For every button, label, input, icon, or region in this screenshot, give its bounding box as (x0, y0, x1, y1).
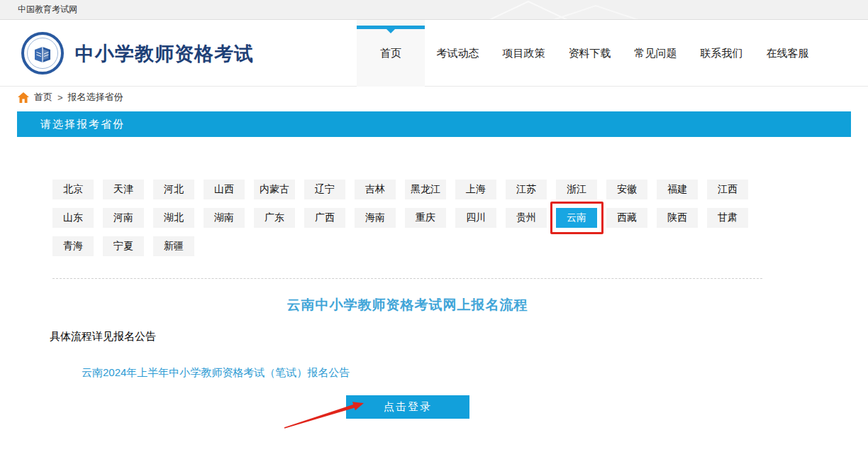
nav-tab-exam-news-label: 考试动态 (437, 47, 479, 60)
province-button-yunnan-selected[interactable]: 云南 (556, 208, 597, 228)
nav-tab-contact-us[interactable]: 联系我们 (689, 20, 755, 87)
province-button-shanghai[interactable]: 上海 (455, 180, 496, 199)
site-header: 中小学教师资格考试 首页 考试动态 项目政策 资料下载 常见问题 联系我们 在线… (0, 20, 868, 87)
province-button-hebei[interactable]: 河北 (153, 180, 194, 199)
province-grid: 北京 天津 河北 山西 内蒙古 辽宁 吉林 黑龙江 上海 江苏 浙江 安徽 福建… (52, 180, 868, 256)
nav-tab-home[interactable]: 首页 (357, 20, 425, 87)
site-title: 中小学教师资格考试 (75, 41, 254, 67)
province-button-zhejiang[interactable]: 浙江 (556, 180, 597, 199)
nav-tab-home-label: 首页 (380, 47, 401, 60)
flow-section-title: 云南中小学教师资格考试网上报名流程 (52, 296, 762, 314)
nav-tab-online-service[interactable]: 在线客服 (755, 20, 820, 87)
nav-tab-program-policy-label: 项目政策 (503, 47, 545, 60)
open-book-icon (32, 43, 53, 64)
nav-tab-downloads[interactable]: 资料下载 (557, 20, 623, 87)
province-row-3: 青海 宁夏 新疆 (52, 236, 868, 256)
province-button-neimenggu[interactable]: 内蒙古 (254, 180, 295, 199)
nav-tab-exam-news[interactable]: 考试动态 (425, 20, 491, 87)
logo-inner-ring (27, 38, 58, 69)
ntce-logo (21, 32, 64, 75)
main-nav: 首页 考试动态 项目政策 资料下载 常见问题 联系我们 在线客服 (357, 20, 820, 87)
flow-note-text: 具体流程详见报名公告 (50, 330, 868, 343)
province-button-yunnan-label: 云南 (567, 211, 586, 224)
breadcrumb: 首页 > 报名选择省份 (0, 87, 868, 108)
province-button-jiangsu[interactable]: 江苏 (506, 180, 547, 199)
province-button-henan[interactable]: 河南 (103, 208, 144, 228)
province-button-guangdong[interactable]: 广东 (254, 208, 295, 228)
province-button-liaoning[interactable]: 辽宁 (304, 180, 345, 199)
province-button-tianjin[interactable]: 天津 (103, 180, 144, 199)
province-button-gansu[interactable]: 甘肃 (707, 208, 748, 228)
dashed-divider (52, 278, 762, 279)
province-button-chongqing[interactable]: 重庆 (405, 208, 446, 228)
province-button-fujian[interactable]: 福建 (657, 180, 698, 199)
home-icon (18, 92, 29, 103)
province-button-shandong[interactable]: 山东 (52, 208, 94, 228)
portal-site-link[interactable]: 中国教育考试网 (18, 4, 77, 14)
page: 中国教育考试网 中小学教师资格考试 首页 考试动态 项目政策 资料下载 (0, 0, 868, 462)
breadcrumb-home-link[interactable]: 首页 (34, 91, 52, 104)
province-button-sichuan[interactable]: 四川 (455, 208, 496, 228)
login-button[interactable]: 点击登录 (346, 395, 469, 419)
province-button-jilin[interactable]: 吉林 (355, 180, 396, 199)
province-button-xinjiang[interactable]: 新疆 (153, 236, 194, 256)
nav-tab-contact-us-label: 联系我们 (701, 47, 743, 60)
province-row-2: 山东 河南 湖北 湖南 广东 广西 海南 重庆 四川 贵州 云南 西藏 陕西 甘… (52, 208, 868, 228)
province-button-hainan[interactable]: 海南 (355, 208, 396, 228)
province-button-qinghai[interactable]: 青海 (52, 236, 94, 256)
province-row-1: 北京 天津 河北 山西 内蒙古 辽宁 吉林 黑龙江 上海 江苏 浙江 安徽 福建… (52, 180, 868, 199)
province-button-heilongjiang[interactable]: 黑龙江 (405, 180, 446, 199)
mountain-watermark-decoration (489, 0, 702, 20)
breadcrumb-separator: > (57, 92, 63, 103)
province-button-guizhou[interactable]: 贵州 (506, 208, 547, 228)
province-button-beijing[interactable]: 北京 (52, 180, 94, 199)
province-button-shaanxi[interactable]: 陕西 (657, 208, 698, 228)
province-button-hunan[interactable]: 湖南 (204, 208, 245, 228)
announcement-link[interactable]: 云南2024年上半年中小学教师资格考试（笔试）报名公告 (82, 366, 350, 380)
province-button-guangxi[interactable]: 广西 (304, 208, 345, 228)
nav-tab-program-policy[interactable]: 项目政策 (491, 20, 557, 87)
nav-tab-online-service-label: 在线客服 (767, 47, 809, 60)
nav-tab-faq-label: 常见问题 (635, 47, 677, 60)
section-banner: 请选择报考省份 (17, 111, 851, 137)
province-button-xizang[interactable]: 西藏 (606, 208, 647, 228)
province-button-anhui[interactable]: 安徽 (606, 180, 647, 199)
province-button-ningxia[interactable]: 宁夏 (103, 236, 144, 256)
province-button-jiangxi[interactable]: 江西 (707, 180, 748, 199)
section-banner-title: 请选择报考省份 (40, 118, 125, 131)
breadcrumb-current: 报名选择省份 (68, 91, 123, 104)
province-button-hubei[interactable]: 湖北 (153, 208, 194, 228)
nav-tab-downloads-label: 资料下载 (569, 47, 611, 60)
province-button-shanxi[interactable]: 山西 (204, 180, 245, 199)
nav-tab-faq[interactable]: 常见问题 (623, 20, 689, 87)
top-utility-bar: 中国教育考试网 (0, 0, 868, 20)
